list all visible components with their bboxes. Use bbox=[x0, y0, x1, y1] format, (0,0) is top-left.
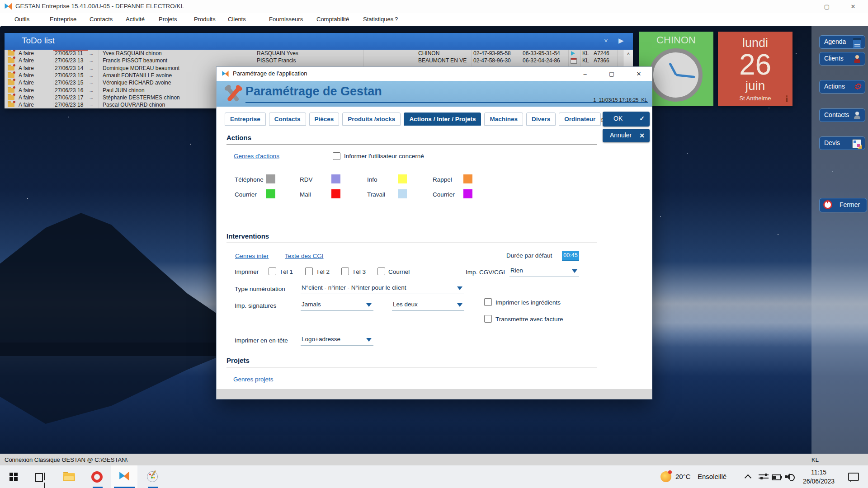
weather-desc[interactable]: Ensoleillé bbox=[698, 473, 726, 480]
menu-contacts[interactable]: Contacts bbox=[90, 16, 113, 23]
chevron-down-icon bbox=[457, 286, 462, 290]
menu-comptabilite[interactable]: Comptabilité bbox=[316, 16, 349, 23]
tel1-checkbox[interactable] bbox=[269, 267, 276, 275]
swatch-courrier2[interactable] bbox=[463, 189, 472, 198]
calendar-widget[interactable]: lundi 26 juin St Anthelme i bbox=[718, 32, 793, 106]
gestan-logo-icon bbox=[222, 70, 229, 78]
row-date: 27/06/23 15 bbox=[55, 80, 86, 86]
duration-input[interactable]: 00:45 bbox=[562, 251, 579, 261]
folder-pin-icon bbox=[8, 58, 14, 63]
inform-user-checkbox[interactable] bbox=[333, 152, 340, 160]
courriel-checkbox[interactable] bbox=[377, 267, 385, 275]
more-button[interactable]: ... bbox=[90, 65, 98, 71]
opera-browser-icon[interactable] bbox=[91, 471, 103, 483]
tab-divers[interactable]: Divers bbox=[526, 113, 556, 126]
tab-produits-stocks[interactable]: Produits /stocks bbox=[342, 113, 401, 126]
tab-contacts[interactable]: Contacts bbox=[269, 113, 306, 126]
numbering-dropdown[interactable]: N°client - n°inter - N°inter pour le cli… bbox=[301, 283, 464, 294]
close-app-button[interactable]: Fermer bbox=[819, 198, 867, 212]
tab-ordinateur[interactable]: Ordinateur bbox=[559, 113, 601, 126]
more-button[interactable]: ... bbox=[90, 80, 98, 86]
sidebar-item-clients[interactable]: Clients bbox=[819, 52, 865, 66]
close-icon[interactable]: ✕ bbox=[842, 0, 864, 13]
menu-entreprise[interactable]: Entreprise bbox=[50, 16, 76, 23]
tab-pieces[interactable]: Pièces bbox=[309, 113, 340, 126]
dialog-minimize-icon[interactable]: – bbox=[575, 67, 595, 81]
invoice-checkbox[interactable] bbox=[484, 315, 492, 323]
minimize-icon[interactable]: – bbox=[790, 0, 811, 13]
maximize-icon[interactable]: ▢ bbox=[816, 0, 838, 13]
menu-outils[interactable]: Outils bbox=[14, 16, 29, 23]
tel2-label: Tél 2 bbox=[316, 268, 330, 275]
notification-icon[interactable] bbox=[848, 473, 859, 481]
paint-app-icon[interactable] bbox=[147, 471, 158, 482]
signatures-dropdown[interactable]: Jamais bbox=[301, 300, 373, 311]
swatch-courrier[interactable] bbox=[266, 189, 275, 198]
menu-clients[interactable]: Clients bbox=[228, 16, 246, 23]
table-row[interactable]: A faire 27/06/23 13 ... Francis PISSOT b… bbox=[5, 57, 633, 64]
tab-entreprise[interactable]: Entreprise bbox=[225, 113, 266, 126]
menu-help[interactable]: ? bbox=[395, 16, 398, 23]
info-icon[interactable]: i bbox=[785, 94, 788, 104]
weather-sun-icon[interactable] bbox=[660, 471, 671, 482]
table-row[interactable]: A faire 27/06/23 11 ... Yves RASQUAIN ch… bbox=[5, 50, 633, 57]
genres-actions-link[interactable]: Genres d'actions bbox=[234, 153, 279, 160]
genres-inter-link[interactable]: Genres inter bbox=[235, 253, 269, 259]
section-projets-title: Projets bbox=[226, 357, 250, 364]
cancel-button[interactable]: Annuler ✕ bbox=[603, 129, 650, 142]
start-icon[interactable] bbox=[9, 473, 13, 476]
menu-fournisseurs[interactable]: Fournisseurs bbox=[269, 16, 303, 23]
more-button[interactable]: ... bbox=[90, 102, 98, 108]
menu-statistiques[interactable]: Statistiques bbox=[363, 16, 393, 23]
swatch-telephone[interactable] bbox=[266, 174, 275, 183]
more-button[interactable]: ... bbox=[90, 57, 98, 64]
tray-chevron-icon[interactable] bbox=[745, 474, 752, 482]
ingredients-checkbox[interactable] bbox=[484, 298, 492, 306]
menu-produits[interactable]: Produits bbox=[194, 16, 216, 23]
analog-clock bbox=[649, 48, 703, 102]
swatch-info[interactable] bbox=[398, 174, 407, 183]
cgv-label: Imp. CGV/CGI bbox=[466, 269, 505, 276]
more-button[interactable]: ... bbox=[90, 72, 98, 79]
sidebar-item-agenda[interactable]: Agenda bbox=[819, 35, 865, 49]
print-header-dropdown[interactable]: Logo+adresse bbox=[301, 334, 373, 346]
menu-activite[interactable]: Activité bbox=[126, 16, 145, 23]
chevron-down-icon[interactable]: ˅ bbox=[604, 37, 608, 44]
scroll-up-icon[interactable]: ˄ bbox=[623, 50, 633, 58]
texte-cgi-link[interactable]: Texte des CGI bbox=[285, 253, 324, 259]
genres-projets-link[interactable]: Genres projets bbox=[233, 376, 274, 383]
dialog-maximize-icon[interactable]: ▢ bbox=[601, 67, 622, 81]
dialog-close-icon[interactable]: ✕ bbox=[628, 67, 649, 81]
tray-sliders-icon[interactable] bbox=[759, 474, 769, 479]
ok-button[interactable]: OK ✓ bbox=[603, 112, 650, 127]
more-button[interactable]: ... bbox=[90, 50, 98, 56]
clock-minute-hand bbox=[676, 74, 695, 78]
weather-temp[interactable]: 20°C bbox=[675, 473, 691, 480]
swatch-mail[interactable] bbox=[331, 189, 340, 198]
battery-icon[interactable] bbox=[772, 474, 781, 480]
sidebar-item-devis[interactable]: Devis bbox=[819, 136, 865, 150]
tel2-checkbox[interactable] bbox=[305, 267, 313, 275]
cgv-dropdown[interactable]: Rien bbox=[509, 266, 579, 277]
task-view-icon[interactable] bbox=[35, 473, 43, 482]
taskbar-clock[interactable]: 11:15 26/06/2023 bbox=[798, 468, 839, 486]
play-icon[interactable]: ▶ bbox=[618, 37, 624, 45]
tab-actions-inter-projets[interactable]: Actions / Inter / Projets bbox=[404, 113, 481, 126]
file-explorer-icon[interactable] bbox=[63, 473, 75, 481]
sidebar-item-actions[interactable]: Actions ⚙ bbox=[819, 80, 865, 94]
gestan-taskbar-button[interactable] bbox=[111, 465, 137, 488]
tel3-checkbox[interactable] bbox=[341, 267, 349, 275]
volume-icon[interactable] bbox=[785, 473, 795, 480]
calendar-icon bbox=[853, 38, 861, 48]
swatch-rdv[interactable] bbox=[331, 174, 340, 183]
sidebar-item-contacts[interactable]: Contacts bbox=[819, 108, 865, 122]
signatures2-dropdown[interactable]: Les deux bbox=[392, 300, 464, 311]
menu-projets[interactable]: Projets bbox=[159, 16, 177, 23]
desktop-wallpaper: ToDo list ˅ ▶ A fair bbox=[0, 26, 868, 454]
swatch-travail[interactable] bbox=[398, 189, 407, 198]
tab-machines[interactable]: Machines bbox=[484, 113, 523, 126]
more-button[interactable]: ... bbox=[90, 87, 98, 94]
swatch-rappel[interactable] bbox=[463, 174, 472, 183]
swatch-label-courrier2: Courrier bbox=[433, 191, 455, 198]
more-button[interactable]: ... bbox=[90, 94, 98, 101]
